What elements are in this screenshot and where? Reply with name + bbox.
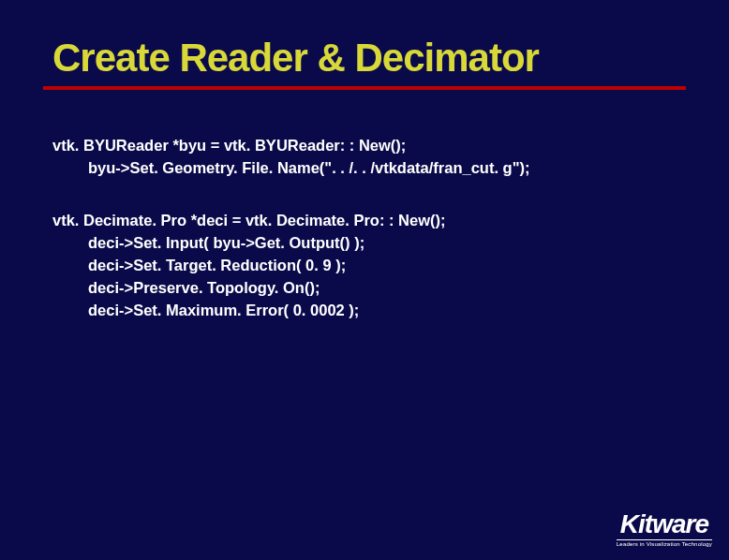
code-line: deci->Preserve. Topology. On(); (52, 277, 729, 300)
code-line: vtk. Decimate. Pro *deci = vtk. Decimate… (52, 210, 729, 232)
slide: Create Reader & Decimator vtk. BYUReader… (0, 0, 729, 560)
code-line: deci->Set. Input( byu->Get. Output() ); (52, 232, 729, 255)
code-block-reader: vtk. BYUReader *byu = vtk. BYUReader: : … (52, 135, 729, 180)
code-block-decimator: vtk. Decimate. Pro *deci = vtk. Decimate… (52, 210, 729, 322)
logo-divider (617, 539, 712, 540)
slide-title: Create Reader & Decimator (0, 0, 729, 81)
slide-content: vtk. BYUReader *byu = vtk. BYUReader: : … (0, 90, 729, 321)
logo: Kitware Leaders in Visualization Technol… (617, 511, 712, 547)
code-line: vtk. BYUReader *byu = vtk. BYUReader: : … (52, 135, 729, 157)
logo-name: Kitware (617, 511, 712, 538)
code-line: deci->Set. Maximum. Error( 0. 0002 ); (52, 300, 729, 322)
code-line: deci->Set. Target. Reduction( 0. 9 ); (52, 255, 729, 277)
logo-tagline: Leaders in Visualization Technology (617, 541, 712, 547)
code-line: byu->Set. Geometry. File. Name(". . /. .… (52, 157, 729, 180)
